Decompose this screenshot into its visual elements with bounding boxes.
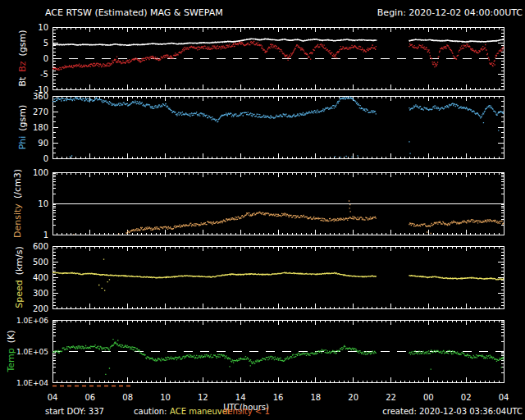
y-tick-label: 0 <box>43 54 48 63</box>
x-tick-label: 14 <box>235 393 246 402</box>
x-tick-label: 04 <box>48 393 58 402</box>
y-label-part: (gsm) <box>17 30 28 56</box>
y-tick-label: 400 <box>33 273 48 282</box>
series-temp <box>52 340 504 375</box>
y-tick-label: 500 <box>33 258 48 267</box>
series-bz <box>52 42 504 71</box>
y-tick-label: 1 <box>43 231 48 240</box>
y-tick-label: 180 <box>33 123 48 132</box>
y-label-part: (K) <box>6 330 16 343</box>
y-tick-label: 200 <box>33 304 48 313</box>
begin-timestamp: Begin: 2020-12-02 04:00:00UTC <box>377 7 523 18</box>
x-tick-label: 18 <box>310 393 321 402</box>
y-axis-label-phi: Phi(gsm) <box>17 103 28 153</box>
series-bt <box>52 39 504 45</box>
y-label-part: (gsm) <box>17 105 28 131</box>
x-tick-label: 04 <box>499 393 509 402</box>
y-label-part: Bt <box>17 77 28 87</box>
x-tick-label: 08 <box>122 393 133 402</box>
y-axis-label-temp: Temp(K) <box>6 327 16 374</box>
y-tick-label: 1.0E+06 <box>16 317 48 325</box>
y-label-part: (/cm3) <box>12 169 23 199</box>
footer-start-doy: start DOY: 337 <box>45 407 104 416</box>
x-tick-label: 22 <box>386 393 396 402</box>
y-tick-label: 90 <box>38 139 48 148</box>
y-label-part: Speed <box>14 280 25 308</box>
footer-caution-label: caution: <box>134 407 167 416</box>
ace-rtsw-plot-window: 1050-5-103602701809001001016005004003002… <box>0 0 525 420</box>
y-tick-label: 600 <box>33 242 48 251</box>
footer-caution-density: density < 1 <box>222 407 270 416</box>
page-title: ACE RTSW (Estimated) MAG & SWEPAM <box>45 7 223 18</box>
y-tick-label: 100 <box>33 168 48 177</box>
y-axis-label-density: Density(/cm3) <box>12 167 23 240</box>
series-density <box>73 201 504 235</box>
y-tick-label: 1.0E+04 <box>16 379 48 387</box>
x-tick-label: 10 <box>160 393 171 402</box>
panel-phi: 360270180900 <box>33 92 504 163</box>
y-tick-label: 0 <box>43 154 48 163</box>
series-speed <box>52 259 504 290</box>
panel-speed: 600500400300200 <box>33 242 504 313</box>
x-tick-label: 20 <box>348 393 358 402</box>
y-label-part: Phi <box>17 136 28 150</box>
y-axis-label-speed: Speed(km/s) <box>14 244 25 311</box>
footer-created-timestamp: created: 2020-12-03 03:36:04UTC <box>382 407 523 416</box>
y-label-part: (km/s) <box>14 246 25 275</box>
y-label-part: Bz <box>17 61 28 71</box>
y-tick-label: 270 <box>33 107 48 116</box>
y-axis-label-bt-bz: BtBz(gsm) <box>17 27 28 89</box>
y-tick-label: -5 <box>40 70 48 79</box>
y-label-part: Temp <box>6 348 16 372</box>
y-tick-label: 10 <box>38 199 48 208</box>
panel-density: 100101 <box>33 168 504 240</box>
ace-rtsw-chart: 1050-5-103602701809001001016005004003002… <box>0 0 525 420</box>
panel-bt-bz: 1050-5-10 <box>35 23 505 94</box>
y-label-part: Density <box>12 203 23 238</box>
y-tick-label: 10 <box>38 23 48 32</box>
y-tick-label: 300 <box>33 289 48 298</box>
x-tick-label: 00 <box>423 393 434 402</box>
x-tick-label: 16 <box>273 393 284 402</box>
y-tick-label: 1.0E+05 <box>16 348 48 356</box>
x-tick-label: 02 <box>461 393 472 402</box>
x-tick-label: 12 <box>198 393 208 402</box>
y-tick-label: 5 <box>43 39 48 48</box>
x-tick-label: 06 <box>84 393 95 402</box>
y-tick-label: 360 <box>33 92 48 101</box>
panel-temp: 1.0E+061.0E+051.0E+04 <box>16 317 504 387</box>
footer-caution-maneuver: ACE maneuver <box>170 407 231 416</box>
series-phi <box>52 97 504 158</box>
